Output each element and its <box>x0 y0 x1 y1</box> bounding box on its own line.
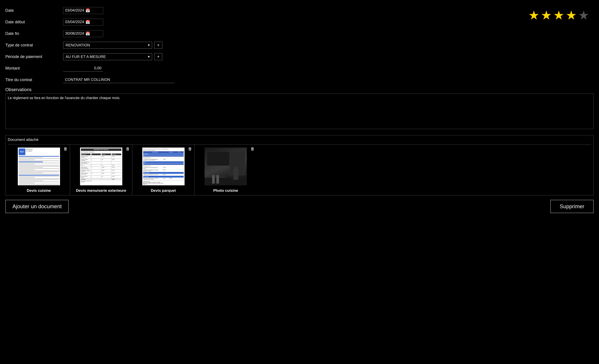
documents-grid: 🗑 P&T Rénovation& Travaux <box>8 144 591 195</box>
date-fin-control: 30/08/2024 📅 <box>63 30 594 37</box>
date-fin-row: Date fin 30/08/2024 📅 <box>5 29 594 38</box>
type-contrat-add-button[interactable]: + <box>154 42 162 49</box>
date-debut-value: 03/04/2024 <box>65 20 84 24</box>
star-2[interactable]: ★ <box>541 8 552 22</box>
date-fin-input[interactable]: 30/08/2024 📅 <box>63 30 103 37</box>
date-debut-row: Date début 03/04/2024 📅 <box>5 18 594 26</box>
calendar-fin-icon[interactable]: 📅 <box>85 31 90 36</box>
titre-row: Titre du contrat <box>5 76 594 84</box>
date-input[interactable]: 03/04/2024 📅 <box>63 7 103 14</box>
star-5[interactable]: ★ <box>578 8 589 22</box>
date-debut-control: 03/04/2024 📅 <box>63 19 594 26</box>
date-row: Date 03/04/2024 📅 <box>5 6 594 15</box>
contract-form: Date 03/04/2024 📅 Date début 03/04/2024 … <box>5 4 594 130</box>
doc2-thumbnail: DESCRIPTIF DES TRAVAUX NR.BOULEA 0061.3 … <box>80 147 122 185</box>
doc1-company-text: Rénovation& Travaux <box>26 148 33 152</box>
doc4-label: Photo cuisine <box>213 189 238 193</box>
titre-control <box>63 77 594 83</box>
list-item[interactable]: 🗑 Adresse du projet: 20 Rue de Gerland, … <box>132 144 194 195</box>
doc1-preview: P&T Rénovation& Travaux <box>18 147 60 185</box>
periode-paiement-label: Période de paiement <box>5 54 63 59</box>
rating-stars[interactable]: ★ ★ ★ ★ ★ <box>528 8 589 22</box>
type-contrat-row: Type de contrat RENOVATION ▼ + <box>5 41 594 49</box>
list-item[interactable]: 🗑 DESCRIPTIF DES TRAVAUX NR.BOULEA 0061.… <box>70 144 132 195</box>
star-3[interactable]: ★ <box>553 8 564 22</box>
montant-input[interactable] <box>63 65 103 71</box>
kitchen-photo <box>204 147 247 185</box>
documents-section: Document attaché 🗑 P&T Rénovation& Trava… <box>5 135 594 195</box>
observations-section: Observations Le règlement se fera en fon… <box>5 87 594 130</box>
doc2-header-text: DESCRIPTIF DES TRAVAUX <box>81 148 121 151</box>
doc2-label: Devis menuiserie exterieure <box>76 189 126 193</box>
doc1-lines <box>19 156 59 185</box>
doc2-preview: DESCRIPTIF DES TRAVAUX NR.BOULEA 0061.3 … <box>80 147 122 185</box>
montant-label: Montant <box>5 66 63 71</box>
delete-doc2-button[interactable]: 🗑 <box>126 147 130 151</box>
doc1-label: Devis cuisine <box>27 189 51 193</box>
titre-label: Titre du contrat <box>5 78 63 82</box>
doc4-thumbnail <box>204 147 247 185</box>
periode-paiement-dropdown-wrapper: AU FUR ET A MESURE ▼ <box>63 53 152 60</box>
delete-doc1-button[interactable]: 🗑 <box>64 147 68 151</box>
montant-row: Montant <box>5 64 594 72</box>
delete-doc4-button[interactable]: 🗑 <box>251 147 255 151</box>
periode-paiement-select[interactable]: AU FUR ET A MESURE <box>63 53 152 60</box>
type-contrat-label: Type de contrat <box>5 43 63 48</box>
observations-textarea[interactable]: Le règlement se fera en fonction de l'av… <box>5 94 594 129</box>
periode-paiement-add-button[interactable]: + <box>154 53 162 60</box>
add-document-button[interactable]: Ajouter un document <box>5 200 69 213</box>
doc3-thumbnail: Adresse du projet: 20 Rue de Gerland, Ly… <box>142 147 185 185</box>
list-item[interactable]: 🗑 <box>194 144 257 195</box>
observations-label: Observations <box>5 87 594 92</box>
date-fin-label: Date fin <box>5 31 63 36</box>
date-control: 03/04/2024 📅 <box>63 7 594 14</box>
list-item[interactable]: 🗑 P&T Rénovation& Travaux <box>8 144 70 195</box>
doc3-preview: Adresse du projet: 20 Rue de Gerland, Ly… <box>142 147 185 185</box>
calendar-icon[interactable]: 📅 <box>85 8 90 13</box>
periode-paiement-row: Période de paiement AU FUR ET A MESURE ▼… <box>5 52 594 61</box>
date-debut-label: Date début <box>5 20 63 25</box>
date-fin-value: 30/08/2024 <box>65 31 84 36</box>
star-1[interactable]: ★ <box>528 8 539 22</box>
montant-control <box>63 65 594 71</box>
date-label: Date <box>5 8 63 13</box>
delete-doc3-button[interactable]: 🗑 <box>188 147 192 151</box>
date-value: 03/04/2024 <box>65 8 84 13</box>
calendar-debut-icon[interactable]: 📅 <box>85 20 90 25</box>
periode-paiement-control: AU FUR ET A MESURE ▼ + <box>63 53 594 60</box>
doc3-label: Devis parquet <box>151 189 176 193</box>
titre-input[interactable] <box>63 77 174 83</box>
date-debut-input[interactable]: 03/04/2024 📅 <box>63 19 103 26</box>
delete-button[interactable]: Supprimer <box>550 200 594 213</box>
doc1-thumbnail: P&T Rénovation& Travaux <box>18 147 60 185</box>
type-contrat-dropdown-wrapper: RENOVATION ▼ <box>63 42 152 49</box>
document-section-title: Document attaché <box>8 138 591 142</box>
star-4[interactable]: ★ <box>566 8 577 22</box>
type-contrat-control: RENOVATION ▼ + <box>63 42 594 49</box>
bottom-buttons: Ajouter un document Supprimer <box>5 200 594 215</box>
doc1-logo: P&T <box>19 148 25 155</box>
type-contrat-select[interactable]: RENOVATION <box>63 42 152 49</box>
